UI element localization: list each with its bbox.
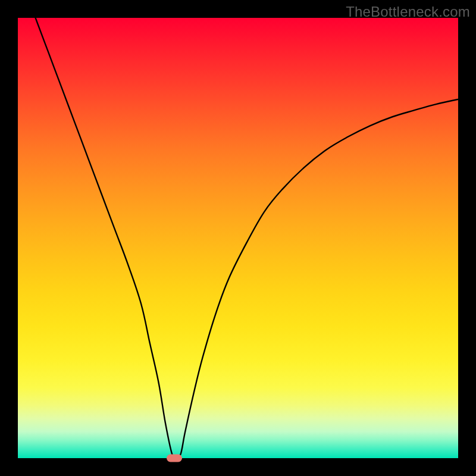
min-marker <box>167 455 182 462</box>
watermark-text: TheBottleneck.com <box>346 4 470 20</box>
plot-area <box>18 18 458 458</box>
chart-frame: TheBottleneck.com <box>0 0 476 476</box>
